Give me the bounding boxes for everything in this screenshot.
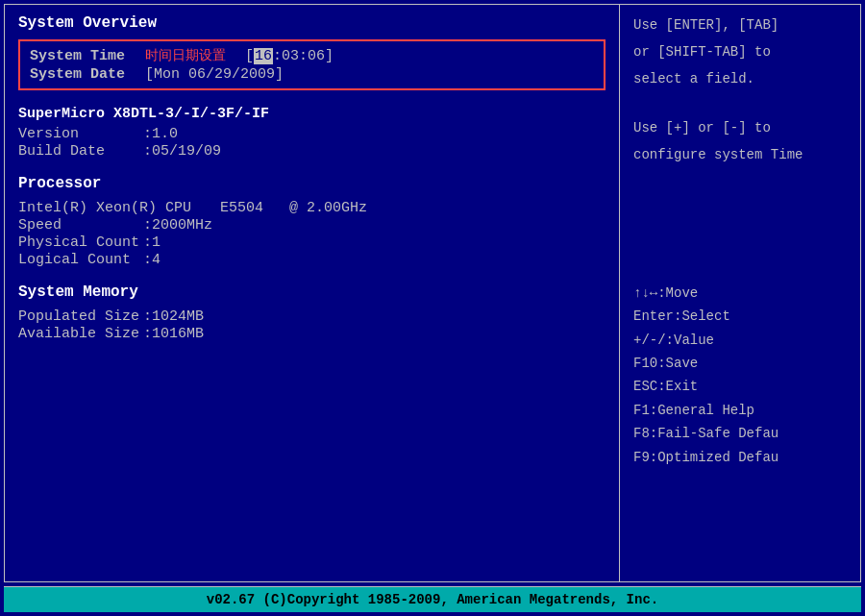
system-time-value: [16:03:06] [245,48,334,64]
available-size-label: Available Size [18,326,143,342]
footer-text: v02.67 (C)Copyright 1985-2009, American … [207,592,658,607]
nav-shortcuts: ↑↓↔:Move Enter:Select +/-/:Value F10:Sav… [633,283,847,468]
logical-count-value: :4 [143,252,161,268]
logical-count-row: Logical Count :4 [18,252,606,268]
logical-count-label: Logical Count [18,252,143,268]
processor-section: Processor Intel(R) Xeon(R) CPU E5504 @ 2… [18,175,606,268]
time-open-bracket: [ [245,48,254,64]
content-area: System Overview System Time 时间日期设置 [16:0… [4,4,861,582]
cpu-row: Intel(R) Xeon(R) CPU E5504 @ 2.00GHz [18,200,606,216]
help-line-3: select a field. [633,68,847,91]
nav-move: ↑↓↔:Move [633,283,847,304]
speed-value: :2000MHz [143,217,212,234]
footer: v02.67 (C)Copyright 1985-2009, American … [4,586,861,612]
model-section: SuperMicro X8DTL-3/-I/-3F/-IF Version :1… [18,106,606,160]
system-time-label: System Time [30,48,145,64]
populated-size-value: :1024MB [143,308,204,325]
time-date-box: System Time 时间日期设置 [16:03:06] System Dat… [18,39,606,90]
populated-size-label: Populated Size [18,308,143,325]
help-line-1: Use [ENTER], [TAB] [633,14,847,37]
physical-count-label: Physical Count [18,234,143,251]
model-name: SuperMicro X8DTL-3/-I/-3F/-IF [18,106,606,122]
system-date-value: [Mon 06/29/2009] [145,66,284,83]
speed-row: Speed :2000MHz [18,217,606,234]
nav-esc: ESC:Exit [633,376,847,397]
cpu-at: @ [289,200,298,216]
right-panel: Use [ENTER], [TAB] or [SHIFT-TAB] to sel… [620,5,860,581]
system-date-row: System Date [Mon 06/29/2009] [30,66,594,83]
nav-value: +/-/:Value [633,330,847,351]
build-date-row: Build Date :05/19/09 [18,143,606,160]
physical-count-row: Physical Count :1 [18,234,606,251]
available-size-row: Available Size :1016MB [18,326,606,342]
memory-title: System Memory [18,283,606,301]
system-date-label: System Date [30,66,145,83]
help-line-2: or [SHIFT-TAB] to [633,41,847,64]
nav-f1: F1:General Help [633,400,847,421]
cpu-model: E5504 [220,200,263,216]
left-panel: System Overview System Time 时间日期设置 [16:0… [5,5,620,581]
time-highlight[interactable]: 16 [254,48,273,64]
help-text: Use [ENTER], [TAB] or [SHIFT-TAB] to sel… [633,14,847,167]
version-label: Version [18,126,143,142]
page-title: System Overview [18,14,606,32]
version-value: :1.0 [143,126,178,142]
nav-f10: F10:Save [633,353,847,374]
physical-count-value: :1 [143,234,161,251]
available-size-value: :1016MB [143,326,204,342]
cpu-label: Intel(R) Xeon(R) CPU [18,200,220,216]
memory-section: System Memory Populated Size :1024MB Ava… [18,283,606,342]
help-line-6: configure system Time [633,144,847,167]
speed-label: Speed [18,217,143,234]
time-rest: :03:06] [273,48,334,64]
bios-screen: System Overview System Time 时间日期设置 [16:0… [0,0,865,616]
cpu-freq: 2.00GHz [307,200,367,216]
help-line-5: Use [+] or [-] to [633,117,847,140]
nav-f9: F9:Optimized Defau [633,447,847,468]
build-date-value: :05/19/09 [143,143,221,160]
version-row: Version :1.0 [18,126,606,142]
system-time-row: System Time 时间日期设置 [16:03:06] [30,47,594,64]
cpu-detail: E5504 @ 2.00GHz [220,200,367,216]
processor-title: Processor [18,175,606,192]
build-date-label: Build Date [18,143,143,160]
time-chinese-label: 时间日期设置 [145,47,226,64]
populated-size-row: Populated Size :1024MB [18,308,606,325]
nav-enter: Enter:Select [633,306,847,327]
nav-f8: F8:Fail-Safe Defau [633,423,847,444]
